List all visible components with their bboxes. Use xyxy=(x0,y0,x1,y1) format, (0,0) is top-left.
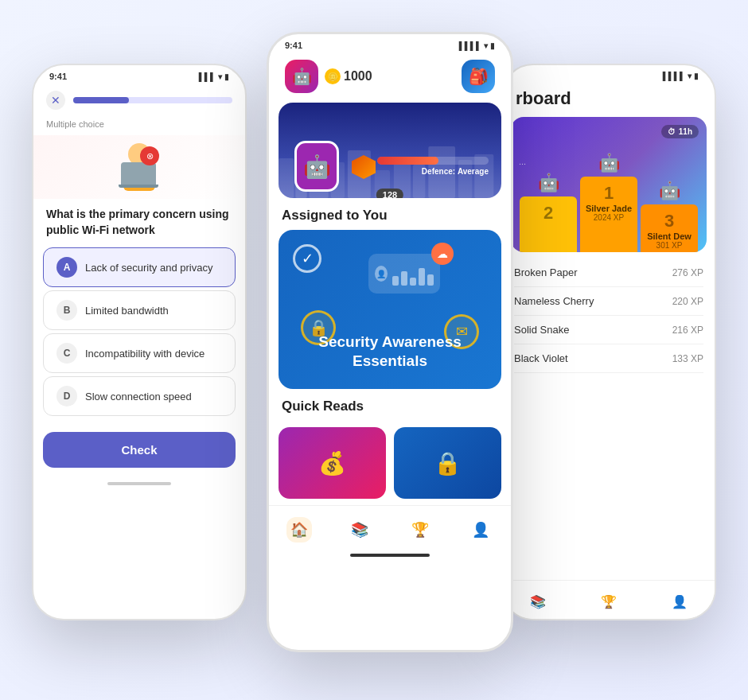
home-icon: 🏠 xyxy=(286,517,312,542)
phone-center: 9:41 ▌▌▌▌ ▾ ▮ 🤖 🪙 1000 🎒 xyxy=(267,32,513,652)
right-nav-learn[interactable]: 📚 xyxy=(525,589,551,614)
lb-xp-3: 216 XP xyxy=(672,325,703,336)
defence-bar-bg xyxy=(377,157,489,165)
svg-rect-0 xyxy=(279,158,294,198)
question-text: What is the primary concern using public… xyxy=(33,199,245,244)
time-left: 9:41 xyxy=(49,72,67,81)
podium-blocks: 🤖 2 🤖 1 Silver Jade 2024 XP 🤖 xyxy=(511,153,707,252)
assigned-section-title: Assigned to You xyxy=(269,198,511,230)
assignment-card[interactable]: ✓ 👤 ☁ 🔒 ✉ Security Awareness Essentials xyxy=(279,230,501,389)
center-header: 🤖 🪙 1000 🎒 xyxy=(269,53,511,103)
signal-icon: ▌▌▌ xyxy=(199,72,216,81)
close-button[interactable]: ✕ xyxy=(46,91,65,110)
coin-icon: 🪙 xyxy=(325,68,341,84)
option-c-letter: C xyxy=(56,343,77,364)
timer-value: 11h xyxy=(679,127,692,136)
center-nav: 🏠 📚 🏆 👤 xyxy=(269,505,511,550)
leaderboard-title: rboard xyxy=(503,84,715,117)
coins-group: 🪙 1000 xyxy=(325,68,372,84)
option-a-letter: A xyxy=(56,257,77,278)
rank-2nd: 2 xyxy=(543,203,553,224)
logo-group: 🤖 🪙 1000 xyxy=(285,60,372,93)
signal-center-icon: ▌▌▌▌ xyxy=(459,41,481,50)
option-d[interactable]: D Slow connection speed xyxy=(43,376,236,416)
robot-1st: 🤖 xyxy=(598,153,620,173)
progress-bar xyxy=(73,97,232,103)
right-nav-profile[interactable]: 👤 xyxy=(667,589,692,614)
lb-name-1: Broken Paper xyxy=(514,266,578,278)
option-c[interactable]: C Incompatibility with device xyxy=(43,333,236,373)
battery-right-icon: ▮ xyxy=(694,72,699,80)
progress-fill xyxy=(73,97,129,103)
nav-learn[interactable]: 📚 xyxy=(337,514,382,546)
phone-left: 9:41 ▌▌▌ ▾ ▮ ✕ Multiple choice ⊗ What xyxy=(32,64,247,620)
robot-avatar: 🤖 xyxy=(285,60,318,93)
wifi-center-icon: ▾ xyxy=(484,41,488,50)
xp-1st: 2024 XP xyxy=(594,213,624,222)
status-icons-right: ▌▌▌▌ ▾ ▮ xyxy=(663,72,699,80)
backpack-icon[interactable]: 🎒 xyxy=(462,60,495,93)
status-bar-right: ▌▌▌▌ ▾ ▮ xyxy=(503,65,715,84)
coins-amount: 1000 xyxy=(344,69,372,84)
robot-2nd: 🤖 xyxy=(538,173,559,193)
read-card-2[interactable]: 🔒 xyxy=(394,427,501,499)
home-indicator-center xyxy=(350,554,430,557)
podium-timer: ⏱ 11h xyxy=(661,125,699,138)
defence-label: Defence: Average xyxy=(377,167,489,176)
hero-robot-avatar: 🤖 xyxy=(294,141,339,192)
option-c-text: Incompatibility with device xyxy=(85,348,205,360)
podium-3rd: 🤖 3 Silent Dew 301 XP xyxy=(641,181,698,252)
podium-1st: 🤖 1 Silver Jade 2024 XP xyxy=(580,153,637,252)
wifi-icon: ▾ xyxy=(218,72,222,81)
check-button[interactable]: Check xyxy=(43,432,236,468)
battery-icon: ▮ xyxy=(224,72,229,81)
name-3rd: Silent Dew xyxy=(647,231,692,241)
lb-item-2[interactable]: Nameless Cherry 220 XP xyxy=(514,287,703,316)
quick-reads-title: Quick Reads xyxy=(269,389,511,421)
option-b-text: Limited bandwidth xyxy=(85,305,169,317)
home-indicator xyxy=(107,482,171,485)
question-label: Multiple choice xyxy=(33,116,245,135)
nav-home[interactable]: 🏠 xyxy=(277,514,321,546)
signal-right-icon: ▌▌▌▌ xyxy=(663,72,685,80)
read-card-1[interactable]: 💰 xyxy=(279,427,386,499)
option-a-text: Lack of security and privacy xyxy=(85,262,212,274)
lb-item-3[interactable]: Solid Snake 216 XP xyxy=(514,316,703,344)
lb-xp-4: 133 XP xyxy=(672,353,703,364)
option-d-text: Slow connection speed xyxy=(85,391,192,402)
learn-icon: 📚 xyxy=(347,517,372,542)
no-wifi-badge: ⊗ xyxy=(140,146,159,165)
status-icons-left: ▌▌▌ ▾ ▮ xyxy=(199,72,229,81)
defence-bar-area: Defence: Average xyxy=(377,157,489,176)
option-b-letter: B xyxy=(56,300,77,321)
stand-3rd: 3 Silent Dew 301 XP xyxy=(641,204,698,252)
right-nav: 📚 🏆 👤 xyxy=(503,580,715,619)
option-a[interactable]: A Lack of security and privacy xyxy=(43,247,236,287)
nav-trophy[interactable]: 🏆 xyxy=(398,514,442,546)
lb-name-2: Nameless Cherry xyxy=(514,295,594,307)
left-header: ✕ xyxy=(33,84,245,116)
option-b[interactable]: B Limited bandwidth xyxy=(43,290,236,330)
right-nav-trophy[interactable]: 🏆 xyxy=(596,589,621,614)
name-1st: Silver Jade xyxy=(586,204,632,213)
profile-icon: 👤 xyxy=(468,517,493,542)
quick-reads-grid: 💰 🔒 xyxy=(269,421,511,505)
cloud-float-icon: ☁ xyxy=(431,243,454,265)
nav-profile[interactable]: 👤 xyxy=(458,514,503,546)
assignment-check-icon: ✓ xyxy=(293,244,321,273)
phones-container: 9:41 ▌▌▌ ▾ ▮ ✕ Multiple choice ⊗ What xyxy=(16,16,732,684)
laptop-icon xyxy=(121,162,156,185)
status-bar-left: 9:41 ▌▌▌ ▾ ▮ xyxy=(33,65,245,84)
defence-bar-fill xyxy=(377,157,438,165)
time-center: 9:41 xyxy=(285,41,302,50)
float-user-icon: 👤 xyxy=(375,266,388,282)
lb-name-3: Solid Snake xyxy=(514,324,569,336)
xp-3rd: 301 XP xyxy=(656,241,683,250)
assignment-title: Security Awareness Essentials xyxy=(279,332,501,371)
stand-2nd: 2 xyxy=(520,196,577,252)
robot-3rd: 🤖 xyxy=(659,181,680,201)
lb-xp-1: 276 XP xyxy=(672,267,703,278)
lb-item-4[interactable]: Black Violet 133 XP xyxy=(514,344,703,373)
lb-item-1[interactable]: Broken Paper 276 XP xyxy=(514,259,703,287)
podium-area: ⏱ 11h ... 🤖 2 🤖 1 Silver Jade xyxy=(511,117,707,252)
